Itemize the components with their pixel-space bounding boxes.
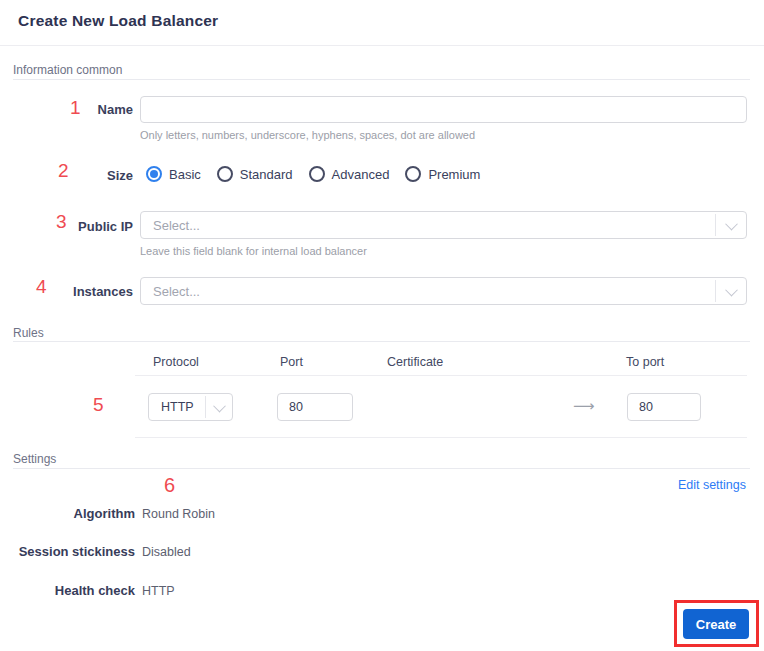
radio-label: Premium	[428, 167, 480, 182]
size-radio-basic[interactable]: Basic	[146, 166, 201, 182]
edit-settings-link[interactable]: Edit settings	[678, 478, 746, 492]
health-check-label: Health check	[0, 583, 135, 598]
col-header-to-port: To port	[626, 355, 664, 369]
annotation-number-2: 2	[58, 160, 69, 182]
table-header-divider	[135, 375, 747, 376]
radio-label: Standard	[240, 167, 293, 182]
protocol-value: HTTP	[149, 400, 205, 414]
col-header-port: Port	[280, 355, 303, 369]
radio-label: Basic	[169, 167, 201, 182]
section-rules: Rules	[13, 326, 44, 340]
section-settings: Settings	[13, 452, 56, 466]
information-section-divider	[13, 79, 750, 80]
header-divider	[0, 45, 764, 46]
table-row-divider	[135, 437, 747, 438]
size-radio-advanced[interactable]: Advanced	[309, 166, 390, 182]
instances-select[interactable]: Select...	[140, 277, 747, 305]
public-ip-select[interactable]: Select...	[140, 211, 747, 239]
protocol-select[interactable]: HTTP	[148, 393, 233, 421]
annotation-number-3: 3	[56, 211, 67, 233]
radio-selected-icon	[146, 166, 162, 182]
name-input[interactable]	[140, 96, 747, 123]
radio-label: Advanced	[332, 167, 390, 182]
algorithm-label: Algorithm	[0, 506, 135, 521]
size-radio-group: Basic Standard Advanced Premium	[146, 166, 480, 182]
settings-section-divider	[13, 468, 750, 469]
session-stickiness-value: Disabled	[142, 545, 191, 559]
instances-label: Instances	[0, 284, 133, 299]
public-ip-placeholder: Select...	[141, 218, 715, 233]
section-information-common: Information common	[13, 63, 122, 77]
col-header-certificate: Certificate	[387, 355, 443, 369]
chevron-down-icon	[716, 212, 746, 238]
annotation-number-1: 1	[70, 97, 81, 119]
size-radio-standard[interactable]: Standard	[217, 166, 293, 182]
chevron-down-icon	[716, 278, 746, 304]
health-check-value: HTTP	[142, 584, 175, 598]
annotation-number-5: 5	[93, 394, 104, 416]
right-arrow-icon: ⟶	[573, 397, 595, 415]
create-load-balancer-form: Create New Load Balancer Information com…	[0, 0, 764, 651]
name-helper-text: Only letters, numbers, underscore, hyphe…	[140, 129, 475, 141]
to-port-input[interactable]	[627, 393, 701, 421]
chevron-down-icon	[206, 394, 232, 420]
public-ip-helper-text: Leave this field blank for internal load…	[140, 245, 367, 257]
create-button[interactable]: Create	[683, 609, 749, 639]
algorithm-value: Round Robin	[142, 507, 215, 521]
radio-unselected-icon	[309, 166, 325, 182]
radio-unselected-icon	[405, 166, 421, 182]
col-header-protocol: Protocol	[153, 355, 199, 369]
name-label: Name	[0, 102, 133, 117]
rules-section-divider	[13, 341, 750, 342]
radio-unselected-icon	[217, 166, 233, 182]
session-stickiness-label: Session stickiness	[0, 544, 135, 559]
port-input[interactable]	[277, 393, 353, 421]
annotation-number-4: 4	[36, 276, 47, 298]
size-radio-premium[interactable]: Premium	[405, 166, 480, 182]
annotation-number-6: 6	[164, 474, 175, 497]
page-title: Create New Load Balancer	[18, 12, 218, 30]
instances-placeholder: Select...	[141, 284, 715, 299]
